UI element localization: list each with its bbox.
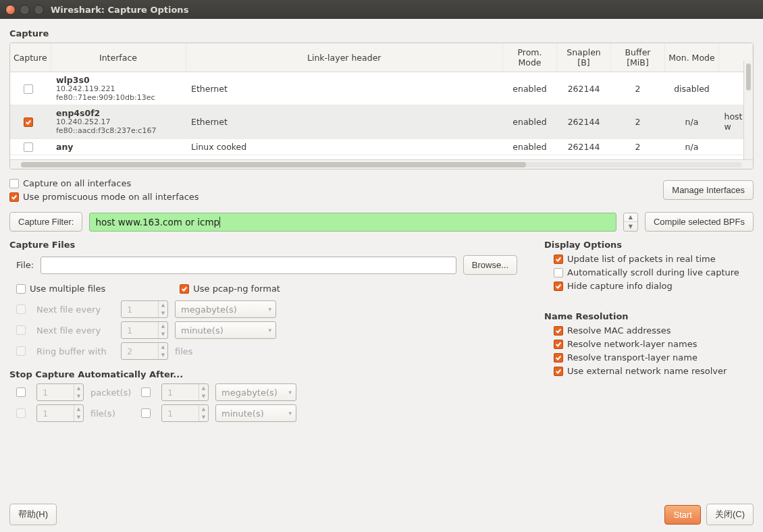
- interface-buffer: 2: [611, 138, 665, 155]
- resolve-trans-label: Resolve transport-layer name: [567, 352, 698, 363]
- display-options-section: Display Options: [544, 240, 754, 250]
- next-file-size-spin: 1▲▼: [121, 300, 168, 318]
- hide-info-checkbox[interactable]: [554, 282, 563, 291]
- stop-files-unit: file(s): [90, 408, 134, 419]
- next-file-time-spin: 1▲▼: [121, 321, 168, 339]
- interface-prom: enabled: [503, 138, 557, 155]
- interface-buffer: 2: [611, 72, 665, 105]
- interface-link: Ethernet: [186, 105, 503, 138]
- interface-prom: enabled: [503, 105, 557, 138]
- stop-size-unit: megabyte(s)▾: [215, 383, 296, 401]
- compile-bpf-button[interactable]: Compile selected BPFs: [645, 212, 754, 232]
- ring-buffer-spin: 2▲▼: [121, 342, 168, 360]
- stop-section-label: Stop Capture Automatically After...: [9, 369, 517, 379]
- browse-button[interactable]: Browse...: [463, 255, 517, 275]
- capture-files-section: Capture Files: [9, 240, 517, 250]
- interface-link: Ethernet: [186, 72, 503, 105]
- ext-resolver-label: Use external network name resolver: [567, 366, 727, 376]
- interface-checkbox[interactable]: [24, 142, 33, 152]
- hide-info-label: Hide capture info dialog: [567, 281, 673, 291]
- filter-history-stepper[interactable]: ▲▼: [623, 213, 638, 232]
- promiscuous-label: Use promiscuous mode on all interfaces: [23, 192, 199, 202]
- interface-prom: enabled: [503, 72, 557, 105]
- stop-time-unit: minute(s)▾: [215, 404, 296, 422]
- stop-packets-spin: 1▲▼: [36, 383, 84, 401]
- capture-all-label: Capture on all interfaces: [23, 178, 131, 188]
- capture-all-checkbox[interactable]: [9, 179, 19, 188]
- window-close-button[interactable]: [5, 5, 16, 15]
- interface-snaplen: 262144: [557, 105, 611, 138]
- interface-mon: n/a: [665, 105, 719, 138]
- next-file-size-unit: megabyte(s)▾: [175, 300, 276, 318]
- next-file-time-unit: minute(s)▾: [175, 321, 276, 339]
- resolve-net-checkbox[interactable]: [554, 340, 563, 349]
- interface-snaplen: 262144: [557, 138, 611, 155]
- update-list-label: Update list of packets in real time: [567, 254, 716, 264]
- window-minimize-button[interactable]: [20, 5, 30, 15]
- interface-mon: n/a: [665, 138, 719, 155]
- resolve-net-label: Resolve network-layer names: [567, 339, 697, 349]
- interface-name: enp4s0f2: [56, 108, 180, 118]
- interface-mon: disabled: [665, 72, 719, 105]
- stop-packets-unit: packet(s): [90, 388, 134, 398]
- interface-checkbox[interactable]: [24, 117, 33, 127]
- capture-filter-input[interactable]: host www.163.com or icmp: [89, 213, 616, 232]
- capture-section-label: Capture: [9, 28, 754, 38]
- interface-name: any: [56, 142, 180, 152]
- ring-buffer-label: Ring buffer with: [36, 346, 114, 356]
- interfaces-table[interactable]: Capture Interface Link-layer header Prom…: [10, 43, 753, 169]
- titlebar: Wireshark: Capture Options: [0, 0, 763, 19]
- stop-time-spin: 1▲▼: [161, 404, 209, 422]
- horizontal-scrollbar[interactable]: [10, 159, 753, 169]
- stop-files-spin: 1▲▼: [36, 404, 84, 422]
- interface-row[interactable]: enp4s0f210.240.252.17fe80::aacd:f3c8:237…: [10, 105, 753, 138]
- col-snaplen[interactable]: Snaplen [B]: [557, 43, 611, 72]
- use-multiple-checkbox[interactable]: [16, 284, 26, 294]
- col-capture[interactable]: Capture: [10, 43, 51, 72]
- file-label: File:: [16, 260, 34, 270]
- stop-time-checkbox[interactable]: [141, 408, 151, 418]
- manage-interfaces-button[interactable]: Manage Interfaces: [663, 180, 754, 200]
- vertical-scrollbar[interactable]: [743, 61, 753, 159]
- interface-snaplen: 262144: [557, 72, 611, 105]
- resolve-mac-checkbox[interactable]: [554, 326, 563, 336]
- col-mon[interactable]: Mon. Mode: [665, 43, 719, 72]
- col-buffer[interactable]: Buffer [MiB]: [611, 43, 665, 72]
- col-link[interactable]: Link-layer header: [186, 43, 503, 72]
- update-list-checkbox[interactable]: [554, 255, 563, 264]
- col-interface[interactable]: Interface: [51, 43, 186, 72]
- interface-row[interactable]: anyLinux cookedenabled2621442n/a: [10, 138, 753, 155]
- stop-size-spin: 1▲▼: [161, 383, 209, 401]
- use-pcapng-label: Use pcap-ng format: [193, 284, 280, 294]
- capture-filter-button[interactable]: Capture Filter:: [9, 212, 82, 232]
- stop-files-checkbox: [16, 408, 26, 418]
- use-multiple-label: Use multiple files: [30, 284, 105, 294]
- stop-packets-checkbox[interactable]: [16, 388, 26, 397]
- interfaces-panel: Capture Interface Link-layer header Prom…: [9, 43, 754, 169]
- stop-size-checkbox[interactable]: [141, 388, 151, 397]
- file-input[interactable]: [41, 257, 456, 274]
- window-maximize-button[interactable]: [34, 5, 44, 15]
- interface-checkbox[interactable]: [24, 84, 33, 94]
- col-prom[interactable]: Prom. Mode: [503, 43, 557, 72]
- next-file-size-label: Next file every: [36, 304, 114, 315]
- close-button[interactable]: 关闭(C): [706, 504, 754, 525]
- use-pcapng-checkbox[interactable]: [180, 284, 189, 294]
- interface-name: wlp3s0: [56, 75, 180, 85]
- next-file-time-label: Next file every: [36, 325, 114, 336]
- ring-buffer-checkbox: [16, 346, 26, 356]
- auto-scroll-checkbox[interactable]: [554, 268, 563, 277]
- ext-resolver-checkbox[interactable]: [554, 367, 563, 376]
- help-button[interactable]: 帮助(H): [9, 504, 57, 525]
- resolve-trans-checkbox[interactable]: [554, 353, 563, 363]
- ring-buffer-unit: files: [175, 346, 193, 356]
- interface-link: Linux cooked: [186, 138, 503, 155]
- resolve-mac-label: Resolve MAC addresses: [567, 325, 671, 336]
- start-button[interactable]: Start: [664, 505, 700, 525]
- name-resolution-section: Name Resolution: [544, 311, 754, 321]
- interface-buffer: 2: [611, 105, 665, 138]
- promiscuous-checkbox[interactable]: [9, 192, 19, 202]
- interface-row[interactable]: wlp3s010.242.119.221fe80::71ee:909:10db:…: [10, 72, 753, 105]
- auto-scroll-label: Automatically scroll during live capture: [567, 267, 739, 277]
- next-file-size-checkbox: [16, 304, 26, 314]
